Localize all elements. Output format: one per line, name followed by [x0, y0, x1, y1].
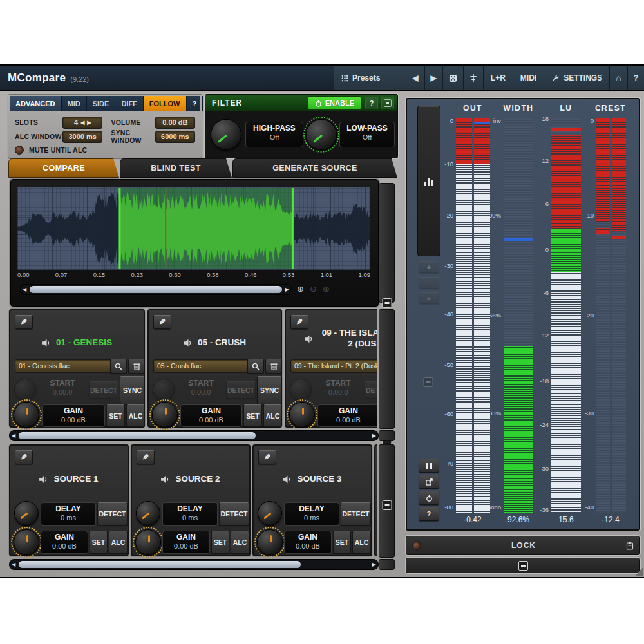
slot1-title-row[interactable]: 01 - GENESIS: [15, 330, 138, 355]
random-preset-button[interactable]: [442, 66, 463, 90]
source1-set-button[interactable]: SET: [90, 531, 108, 554]
lu-meter-bar[interactable]: [551, 118, 581, 513]
slot1-sync-button[interactable]: SYNC: [120, 376, 145, 404]
source2-gain-display[interactable]: GAIN 0.00 dB: [162, 531, 210, 554]
waveform-display[interactable]: [17, 187, 370, 270]
slots-scrollbar[interactable]: ◀ ▶: [9, 430, 379, 441]
source2-detect-button[interactable]: DETECT: [219, 502, 249, 526]
scroll-left-icon[interactable]: ◀: [10, 433, 17, 439]
slot2-edit-button[interactable]: ✎: [153, 315, 171, 329]
slot2-clear-button[interactable]: [265, 359, 282, 374]
source1-delay-display[interactable]: DELAY 0 ms: [41, 502, 96, 526]
waveform-scrollbar-thumb[interactable]: [30, 286, 282, 293]
tab-generate-source[interactable]: GENERATE SOURCE: [232, 158, 397, 178]
out-meter-bar-left[interactable]: [456, 118, 472, 513]
tab-side[interactable]: SIDE: [87, 96, 116, 111]
advanced-help-button[interactable]: ?: [187, 96, 204, 111]
tab-follow[interactable]: FOLLOW: [144, 96, 187, 111]
help-button[interactable]: ?: [627, 66, 644, 90]
slot3-detect-button[interactable]: DETECT: [365, 381, 377, 399]
settings-button[interactable]: SETTINGS: [544, 66, 609, 90]
source2-delay-knob[interactable]: [136, 501, 160, 526]
zoom-fit-icon[interactable]: ⊕: [323, 284, 330, 294]
slot2-title-row[interactable]: 05 - CRUSH: [154, 330, 276, 355]
filter-enable-button[interactable]: ENABLE: [308, 96, 361, 110]
slot1-gain-display[interactable]: GAIN 0.00 dB: [42, 404, 105, 427]
slot2-file-field[interactable]: 05 - Crush.flac: [153, 359, 254, 373]
source3-delay-display[interactable]: DELAY 0 ms: [284, 502, 339, 526]
lock-led[interactable]: [412, 541, 421, 550]
slot3-start-knob[interactable]: [290, 379, 312, 401]
slot3-file-field[interactable]: 09 - The Island - Pt. 2 (Dusk).: [290, 359, 377, 373]
collapse-icon[interactable]: [424, 377, 433, 387]
filter-collapse-button[interactable]: [381, 97, 394, 109]
out-meter-bar-right[interactable]: [474, 118, 490, 513]
source3-detect-button[interactable]: DETECT: [341, 502, 371, 526]
slot3-title-row[interactable]: 09 - THE ISLAND - PT. 2 (DUSK): [304, 326, 377, 352]
collapse-icon[interactable]: [382, 298, 392, 308]
source2-set-button[interactable]: SET: [211, 531, 229, 554]
scroll-left-icon[interactable]: ◀: [10, 562, 17, 567]
slot1-gain-knob[interactable]: [14, 402, 39, 428]
slot2-browse-button[interactable]: [247, 359, 264, 374]
zoom-out-icon[interactable]: ⊖: [310, 284, 317, 294]
slot1-set-button[interactable]: SET: [106, 404, 125, 427]
sources-scrollbar[interactable]: ◀ ▶: [9, 559, 379, 570]
tab-compare[interactable]: COMPARE: [8, 158, 119, 178]
slot3-gain-knob[interactable]: [289, 402, 315, 428]
source2-delay-display[interactable]: DELAY 0 ms: [162, 502, 218, 526]
midi-button[interactable]: MIDI: [513, 66, 544, 90]
high-pass-knob[interactable]: [211, 119, 242, 150]
home-button[interactable]: ⌂: [609, 66, 627, 90]
zoom-in-icon[interactable]: ⊕: [297, 284, 304, 294]
tab-diff[interactable]: DIFF: [115, 96, 143, 111]
sources-scrollbar-thumb[interactable]: [19, 561, 301, 568]
crest-meter-bar-right[interactable]: [612, 118, 626, 513]
scroll-right-icon[interactable]: ▶: [283, 287, 291, 292]
next-preset-button[interactable]: ▶: [424, 66, 442, 90]
slot1-edit-button[interactable]: ✎: [15, 315, 33, 329]
source3-title-row[interactable]: SOURCE 3: [259, 470, 366, 488]
waveform-scrollbar[interactable]: ◀ ▶: [20, 284, 292, 295]
plugin-chain-button[interactable]: [463, 66, 483, 90]
tab-blind-test[interactable]: BLIND TEST: [120, 158, 232, 178]
source3-delay-knob[interactable]: [258, 501, 282, 526]
source3-set-button[interactable]: SET: [333, 531, 351, 554]
slot3-gain-display[interactable]: GAIN 0.00 dB: [317, 404, 377, 427]
volume-field[interactable]: 0.00 dB: [155, 117, 195, 129]
previous-preset-button[interactable]: ◀: [406, 66, 424, 90]
source1-edit-button[interactable]: ✎: [15, 450, 33, 464]
crest-meter-bar-left[interactable]: [596, 118, 610, 513]
alc-window-field[interactable]: 3000 ms: [62, 131, 102, 143]
slot1-start-knob[interactable]: [14, 379, 36, 401]
clipboard-icon[interactable]: [626, 542, 634, 550]
stepper-right-icon[interactable]: ▶: [87, 117, 91, 128]
source1-gain-knob[interactable]: [14, 529, 39, 555]
scroll-right-icon[interactable]: ▶: [370, 433, 378, 439]
scroll-right-icon[interactable]: ▶: [370, 562, 378, 567]
source1-alc-button[interactable]: ALC: [109, 531, 128, 554]
slot2-set-button[interactable]: SET: [243, 404, 262, 427]
low-pass-display[interactable]: LOW-PASS Off: [339, 122, 395, 147]
resize-grip[interactable]: [635, 568, 643, 576]
high-pass-display[interactable]: HIGH-PASS Off: [245, 122, 303, 147]
width-meter-bar[interactable]: [504, 118, 533, 513]
slot1-browse-button[interactable]: [110, 359, 127, 374]
lock-bar[interactable]: LOCK: [406, 536, 640, 555]
filter-help-button[interactable]: ?: [365, 97, 378, 109]
slot2-gain-display[interactable]: GAIN 0.00 dB: [180, 404, 242, 427]
source1-delay-knob[interactable]: [14, 501, 39, 526]
collapse-icon[interactable]: [382, 500, 392, 510]
source2-title-row[interactable]: SOURCE 2: [137, 470, 244, 488]
source1-title-row[interactable]: SOURCE 1: [15, 470, 122, 488]
slot2-alc-button[interactable]: ALC: [263, 404, 282, 427]
slot1-detect-button[interactable]: DETECT: [89, 381, 118, 399]
slots-stepper[interactable]: 4 ◀▶: [62, 117, 102, 129]
slot1-clear-button[interactable]: [128, 359, 145, 374]
mute-until-alc-led[interactable]: [15, 146, 24, 155]
source1-gain-display[interactable]: GAIN 0.00 dB: [41, 531, 88, 554]
source3-edit-button[interactable]: ✎: [258, 450, 276, 464]
source3-gain-knob[interactable]: [257, 529, 283, 555]
meter-collapse-bar[interactable]: [406, 558, 640, 573]
presets-button[interactable]: Presets: [334, 66, 406, 90]
